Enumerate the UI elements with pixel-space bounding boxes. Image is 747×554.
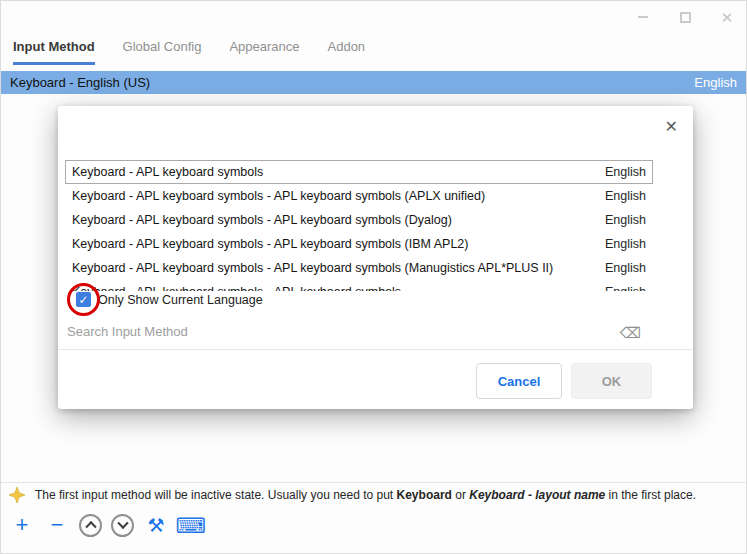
checkbox-label: Only Show Current Language xyxy=(98,293,263,307)
hint-text: The first input method will be inactive … xyxy=(35,488,696,502)
minimize-icon xyxy=(638,16,648,18)
tab-appearance[interactable]: Appearance xyxy=(229,39,299,65)
search-divider xyxy=(58,349,693,350)
input-method-language: English xyxy=(694,75,737,90)
list-item-language: English xyxy=(605,261,646,275)
plus-icon: + xyxy=(16,514,29,536)
footer-divider xyxy=(1,482,746,483)
move-up-button[interactable] xyxy=(79,514,102,537)
input-method-listbox: Keyboard - APL keyboard symbols English … xyxy=(65,160,653,291)
window-controls: ✕ xyxy=(636,10,734,24)
maximize-icon xyxy=(680,12,691,23)
maximize-button[interactable] xyxy=(678,10,692,24)
tab-addon[interactable]: Addon xyxy=(328,39,366,65)
configure-button[interactable]: ⚒ xyxy=(143,512,169,538)
list-item[interactable]: Keyboard - APL keyboard symbols - APL ke… xyxy=(65,256,653,280)
search-input[interactable] xyxy=(67,324,607,339)
tab-bar: Input Method Global Config Appearance Ad… xyxy=(13,39,365,65)
chevron-up-icon xyxy=(85,521,96,532)
ok-button[interactable]: OK xyxy=(571,363,652,399)
list-item-language: English xyxy=(605,285,646,291)
dialog-close-button[interactable]: ✕ xyxy=(665,119,678,135)
list-item[interactable]: Keyboard - APL keyboard symbols English xyxy=(65,160,653,184)
cancel-button[interactable]: Cancel xyxy=(476,363,562,399)
list-item[interactable]: Keyboard - APL keyboard symbols - APL ke… xyxy=(65,208,653,232)
keyboard-icon: ⌨ xyxy=(176,515,206,536)
input-method-name: Keyboard - English (US) xyxy=(10,75,150,90)
list-item-language: English xyxy=(605,189,646,203)
sparkle-icon xyxy=(9,487,25,503)
only-show-current-language-row[interactable]: ✓ Only Show Current Language xyxy=(76,292,263,307)
chevron-down-icon xyxy=(117,518,128,529)
close-window-button[interactable]: ✕ xyxy=(720,10,734,24)
list-item-name: Keyboard - APL keyboard symbols - APL ke… xyxy=(72,237,468,251)
remove-input-method-button[interactable]: − xyxy=(44,512,70,538)
list-item[interactable]: Keyboard - APL keyboard symbols - APL ke… xyxy=(65,280,653,291)
close-icon: ✕ xyxy=(721,10,734,25)
add-input-method-dialog: ✕ Keyboard - APL keyboard symbols Englis… xyxy=(58,106,693,409)
hint-text-part: or xyxy=(452,488,469,502)
add-input-method-button[interactable]: + xyxy=(9,512,35,538)
list-item[interactable]: Keyboard - APL keyboard symbols - APL ke… xyxy=(65,184,653,208)
tools-icon: ⚒ xyxy=(147,516,164,535)
tab-global-config[interactable]: Global Config xyxy=(123,39,202,65)
list-item-name: Keyboard - APL keyboard symbols - APL ke… xyxy=(72,189,485,203)
minus-icon: − xyxy=(51,514,64,536)
hint-note: The first input method will be inactive … xyxy=(9,487,742,503)
hint-keyword-italic: Keyboard - layout name xyxy=(469,488,605,502)
list-item-name: Keyboard - APL keyboard symbols - APL ke… xyxy=(72,261,553,275)
hint-text-part: The first input method will be inactive … xyxy=(35,488,397,502)
hint-keyword: Keyboard xyxy=(397,488,452,502)
selected-input-method-row[interactable]: Keyboard - English (US) English xyxy=(1,71,746,94)
minimize-button[interactable] xyxy=(636,10,650,24)
clear-search-icon[interactable]: ⌫ xyxy=(620,325,641,340)
hint-text-part: in the first place. xyxy=(605,488,696,502)
bottom-toolbar: + − ⚒ ⌨ xyxy=(9,512,204,538)
list-item-name: Keyboard - APL keyboard symbols - APL ke… xyxy=(72,213,452,227)
tab-input-method[interactable]: Input Method xyxy=(13,39,95,65)
list-item-language: English xyxy=(605,213,646,227)
move-down-button[interactable] xyxy=(111,514,134,537)
check-icon: ✓ xyxy=(78,294,88,306)
list-item-language: English xyxy=(605,165,646,179)
keyboard-layout-button[interactable]: ⌨ xyxy=(178,512,204,538)
list-item-language: English xyxy=(605,237,646,251)
list-item-name: Keyboard - APL keyboard symbols xyxy=(72,165,263,179)
only-show-current-language-checkbox[interactable]: ✓ xyxy=(76,292,91,307)
list-item[interactable]: Keyboard - APL keyboard symbols - APL ke… xyxy=(65,232,653,256)
list-item-name: Keyboard - APL keyboard symbols - APL ke… xyxy=(72,285,401,291)
fcitx-config-window: ✕ Input Method Global Config Appearance … xyxy=(0,0,747,554)
